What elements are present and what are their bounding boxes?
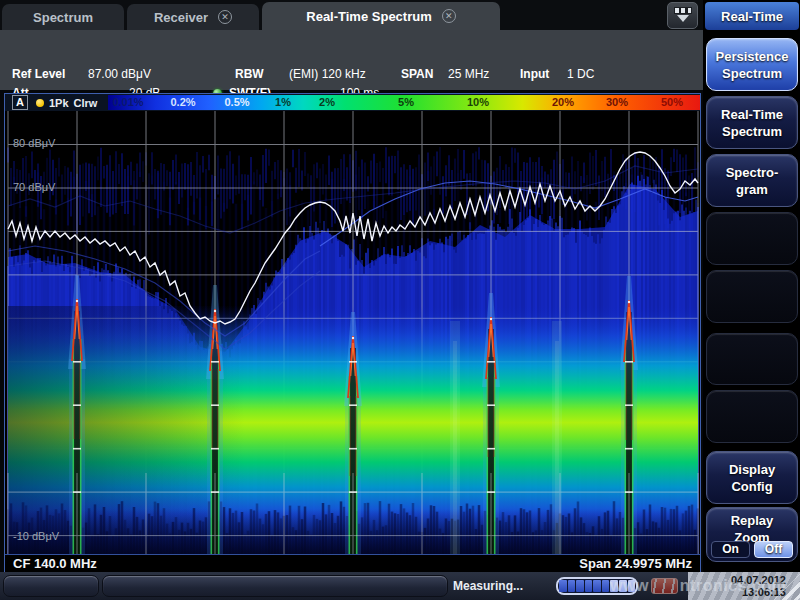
- softkey-column: Real-Time Persistence SpectrumReal-Time …: [703, 0, 800, 600]
- trace-detector-label: 1Pk: [49, 97, 69, 109]
- scale-label: 0.2%: [170, 96, 195, 108]
- softkey-label: Display Config: [707, 461, 797, 495]
- softkey-empty: [706, 270, 798, 323]
- tab-spectrum[interactable]: Spectrum: [2, 4, 124, 30]
- date-time-panel: 04.07.2012 13:06:13: [688, 572, 800, 600]
- scale-label: 30%: [606, 96, 628, 108]
- progress-segment: [576, 580, 584, 592]
- progress-segment: [619, 580, 627, 592]
- input-label: Input: [520, 67, 549, 81]
- instrument-screen: SpectrumReceiverReal-Time Spectrum Ref L…: [0, 0, 800, 600]
- span-readout[interactable]: Span 24.9975 MHz: [579, 556, 692, 571]
- replay-zoom-toggle: OnOff: [711, 541, 793, 558]
- input-value[interactable]: 1 DC: [567, 67, 594, 81]
- status-button-2[interactable]: [102, 575, 448, 597]
- date-label: 04.07.2012: [688, 574, 786, 586]
- progress-segment: [628, 580, 636, 592]
- tab-label: Real-Time Spectrum: [306, 9, 431, 24]
- rbw-label: RBW: [235, 67, 264, 81]
- tab-label: Spectrum: [33, 10, 93, 25]
- softkey-label: Real-Time Spectrum: [707, 106, 797, 140]
- status-button-1[interactable]: [3, 575, 99, 597]
- tab-real-time-spectrum[interactable]: Real-Time Spectrum: [262, 2, 500, 30]
- ref-level-label: Ref Level: [12, 67, 65, 81]
- rbw-value[interactable]: (EMI) 120 kHz: [289, 67, 366, 81]
- trace-mode-label: Clrw: [74, 97, 98, 109]
- softkey-replay-zoom[interactable]: Replay ZoomOnOff: [706, 507, 798, 562]
- softkey-empty: [706, 212, 798, 265]
- softkey-label: Persistence Spectrum: [707, 48, 797, 82]
- scale-label: 0.5%: [224, 96, 249, 108]
- softkey-spectro-gram[interactable]: Spectro- gram: [706, 154, 798, 207]
- persistence-spectrum-display[interactable]: 80 dBμV70 dBμV-10 dBμV: [5, 111, 700, 554]
- progress-segment: [568, 580, 576, 592]
- svg-text:-10 dBμV: -10 dBμV: [13, 530, 60, 542]
- tab-label: Receiver: [154, 10, 208, 25]
- svg-text:80 dBμV: 80 dBμV: [13, 137, 56, 149]
- tab-list-icon: [674, 7, 692, 14]
- scale-label: 20%: [552, 96, 574, 108]
- toggle-option-on[interactable]: On: [711, 541, 750, 558]
- toggle-option-off[interactable]: Off: [754, 541, 793, 558]
- tab-receiver[interactable]: Receiver: [127, 4, 259, 30]
- softkey-display-config[interactable]: Display Config: [706, 451, 798, 504]
- scale-label: 5%: [398, 96, 414, 108]
- span-label: SPAN: [401, 67, 433, 81]
- settings-header: Ref Level 87.00 dBμV RBW (EMI) 120 kHz S…: [0, 30, 703, 90]
- progress-segment: [585, 580, 593, 592]
- svg-text:70 dBμV: 70 dBμV: [13, 181, 56, 193]
- progress-segment: [593, 580, 601, 592]
- tab-overview-button[interactable]: [667, 2, 698, 29]
- softkey-label: Spectro- gram: [707, 164, 797, 198]
- status-bar: Measuring...: [0, 572, 800, 600]
- scale-label: 0.01%: [112, 96, 143, 108]
- trace-info-bar: A 1Pk Clrw 0.01%0.2%0.5%1%2%5%10%20%30%5…: [5, 94, 700, 111]
- span-value[interactable]: 25 MHz: [448, 67, 489, 81]
- softkey-empty: [706, 333, 798, 385]
- ref-level-value[interactable]: 87.00 dBμV: [88, 67, 151, 81]
- scale-label: 2%: [319, 96, 335, 108]
- chevron-down-icon: [677, 15, 689, 22]
- trace1-color-dot-icon: [36, 99, 44, 107]
- measuring-status: Measuring...: [453, 579, 523, 593]
- scale-label: 50%: [661, 96, 683, 108]
- close-icon[interactable]: [218, 10, 232, 24]
- softkey-real-time-spectrum[interactable]: Real-Time Spectrum: [706, 96, 798, 149]
- progress-segment: [610, 580, 618, 592]
- progress-segment: [559, 580, 567, 592]
- scale-label: 1%: [275, 96, 291, 108]
- measurement-progress-bar: [556, 577, 638, 595]
- frequency-footer-bar: CF 140.0 MHz Span 24.9975 MHz: [5, 554, 700, 572]
- scale-label: 10%: [467, 96, 489, 108]
- persistence-color-scale: 0.01%0.2%0.5%1%2%5%10%20%30%50%: [108, 95, 700, 110]
- time-label: 13:06:13: [688, 586, 786, 598]
- spectrum-window: A 1Pk Clrw 0.01%0.2%0.5%1%2%5%10%20%30%5…: [4, 93, 701, 572]
- softkey-persistence-spectrum[interactable]: Persistence Spectrum: [706, 38, 798, 91]
- window-id-badge: A: [12, 95, 28, 110]
- close-icon[interactable]: [442, 9, 456, 23]
- progress-segment: [602, 580, 610, 592]
- softkey-menu-title: Real-Time: [705, 2, 799, 30]
- tab-bar: SpectrumReceiverReal-Time Spectrum: [0, 0, 703, 30]
- softkey-empty: [706, 390, 798, 443]
- center-frequency[interactable]: CF 140.0 MHz: [13, 556, 97, 571]
